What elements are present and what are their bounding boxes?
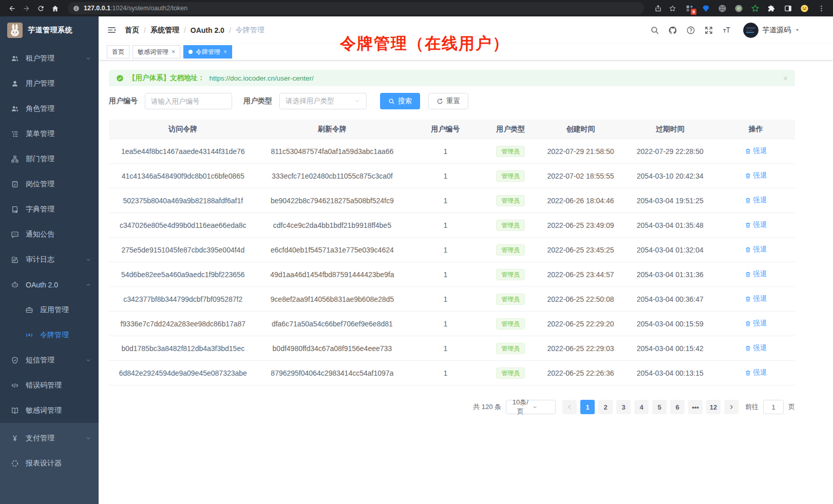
sidebar-item-report-designer[interactable]: 报表设计器: [0, 451, 99, 476]
force-logout-link[interactable]: 强退: [745, 294, 767, 303]
force-logout-link[interactable]: 强退: [745, 319, 767, 328]
profile-avatar-emoji[interactable]: [799, 3, 809, 13]
pagination-goto-input[interactable]: [763, 400, 784, 414]
page-button-•••[interactable]: •••: [688, 400, 703, 414]
search-icon[interactable]: [650, 26, 659, 35]
side-panel-icon[interactable]: [783, 3, 793, 13]
page-button-12[interactable]: 12: [706, 400, 721, 414]
user-menu[interactable]: 芋道源码: [743, 23, 800, 38]
font-size-icon[interactable]: [722, 26, 731, 35]
sidebar-item-sensitive-word[interactable]: 敏感词管理: [0, 398, 99, 423]
browser-menu-icon[interactable]: [816, 3, 827, 14]
admin-badge: 管理员: [496, 294, 525, 305]
doc-link[interactable]: https://doc.iocoder.cn/user-center/: [210, 74, 314, 82]
user-id-cell: 1: [407, 197, 483, 205]
force-logout-link[interactable]: 强退: [745, 343, 767, 353]
reset-button[interactable]: 重置: [428, 93, 468, 109]
admin-badge: 管理员: [496, 195, 525, 206]
breadcrumb-item[interactable]: 首页: [125, 26, 139, 35]
breadcrumb-separator: /: [229, 26, 231, 34]
sidebar-item-error-code[interactable]: 错误码管理: [0, 373, 99, 398]
puzzle-extension-icon[interactable]: [766, 3, 777, 13]
sidebar-item-sms[interactable]: 短信管理: [0, 347, 99, 373]
active-tab-dot: [188, 50, 193, 54]
browser-back-icon[interactable]: [6, 3, 17, 14]
browser-forward-icon[interactable]: [21, 3, 32, 14]
address-bar[interactable]: 127.0.0.1:1024/system/oauth2/token: [68, 2, 644, 14]
app-logo[interactable]: 芋道管理系统: [0, 16, 99, 44]
fullscreen-icon[interactable]: [704, 26, 713, 35]
sidebar-item-menu[interactable]: 菜单管理: [0, 121, 99, 146]
tab-首页[interactable]: 首页: [107, 45, 129, 59]
force-logout-link[interactable]: 强退: [745, 196, 767, 205]
sidebar-item-tenant[interactable]: 租户管理: [0, 46, 99, 71]
trash-icon: [745, 345, 751, 352]
page-suffix: 页: [788, 402, 795, 412]
star-extension-icon[interactable]: [750, 3, 760, 13]
help-icon[interactable]: [686, 26, 695, 35]
sidebar-item-audit-log[interactable]: 审计日志: [0, 247, 99, 272]
tab-close-icon[interactable]: ×: [223, 49, 227, 55]
page-button-5[interactable]: 5: [652, 400, 667, 414]
sidebar-item-notice[interactable]: 通知公告: [0, 222, 99, 247]
sidebar-item-dept[interactable]: 部门管理: [0, 146, 99, 171]
sidebar-item-user[interactable]: 用户管理: [0, 71, 99, 96]
app-title: 芋道管理系统: [28, 26, 72, 35]
user-id-input[interactable]: [151, 98, 226, 105]
force-logout-link[interactable]: 强退: [745, 220, 767, 229]
page-size-value: 10条/页: [511, 398, 530, 416]
tab-敏感词管理[interactable]: 敏感词管理×: [132, 45, 180, 59]
browser-reload-icon[interactable]: [35, 3, 46, 14]
github-icon[interactable]: [668, 26, 677, 35]
page-button-2[interactable]: 2: [598, 400, 613, 414]
chevron-up-icon: [85, 282, 91, 288]
breadcrumb-item[interactable]: 系统管理: [150, 26, 179, 35]
record-extension-icon[interactable]: [733, 3, 744, 13]
pinned-extension-icon[interactable]: 9: [684, 3, 694, 13]
table-row: 502375b8040a469a9b82188afdf6af1fbe90422b…: [109, 188, 795, 213]
search-button[interactable]: 搜索: [380, 93, 420, 109]
breadcrumb-item[interactable]: OAuth 2.0: [191, 26, 224, 34]
alert-close-icon[interactable]: [782, 75, 789, 82]
command-extension-icon[interactable]: [717, 3, 727, 13]
browser-home-icon[interactable]: [49, 3, 61, 14]
user-type-select[interactable]: 请选择用户类型: [279, 93, 367, 109]
tab-close-icon[interactable]: ×: [172, 49, 175, 55]
page-size-select[interactable]: 10条/页: [506, 400, 556, 414]
admin-badge: 管理员: [496, 318, 525, 329]
force-logout-link[interactable]: 强退: [745, 146, 767, 156]
sidebar-item-oauth2-token[interactable]: A令牌管理: [0, 322, 99, 347]
access-token-cell: c347026e805e4d99b0d116eae66eda8c: [109, 221, 257, 229]
sidebar-item-post[interactable]: 岗位管理: [0, 171, 99, 197]
user-icon: [11, 80, 19, 88]
force-logout-link[interactable]: 强退: [745, 245, 767, 254]
user-type-cell: 管理员: [483, 318, 538, 329]
share-icon[interactable]: [652, 3, 664, 14]
force-logout-link[interactable]: 强退: [745, 368, 767, 377]
force-logout-link[interactable]: 强退: [745, 269, 767, 279]
page-button-4[interactable]: 4: [634, 400, 649, 414]
sidebar-item-pay[interactable]: 支付管理: [0, 425, 99, 451]
table-row: f9336e7c7dd242a283ee98dc86b17a87dfa6c71a…: [109, 312, 795, 336]
tab-令牌管理[interactable]: 令牌管理×: [183, 45, 232, 59]
reset-button-icon: [437, 98, 443, 105]
page-button-6[interactable]: 6: [670, 400, 685, 414]
pagination-next[interactable]: [724, 400, 739, 414]
tree-icon: [11, 130, 19, 138]
doc-alert: 【用户体系】文档地址： https://doc.iocoder.cn/user-…: [109, 70, 795, 86]
page-button-3[interactable]: 3: [616, 400, 631, 414]
force-logout-link[interactable]: 强退: [745, 171, 767, 180]
sidebar-item-oauth2-app[interactable]: 应用管理: [0, 297, 99, 322]
site-info-icon[interactable]: [73, 5, 80, 12]
gem-extension-icon[interactable]: [701, 3, 711, 13]
bookmark-star-icon[interactable]: [667, 3, 678, 14]
sidebar-item-role[interactable]: 角色管理: [0, 96, 99, 121]
page-buttons: 123456•••12: [562, 400, 739, 414]
pagination-prev[interactable]: [562, 400, 577, 414]
sidebar-toggle-icon[interactable]: [107, 25, 117, 35]
sidebar-item-oauth2[interactable]: OAuth 2.0: [0, 272, 99, 297]
tab-label: 令牌管理: [196, 48, 220, 56]
access-token-cell: b0d1785bc3a8482f812db4a3f3bd15ec: [109, 344, 257, 353]
sidebar-item-dict[interactable]: 字典管理: [0, 197, 99, 222]
page-button-1[interactable]: 1: [580, 400, 595, 414]
